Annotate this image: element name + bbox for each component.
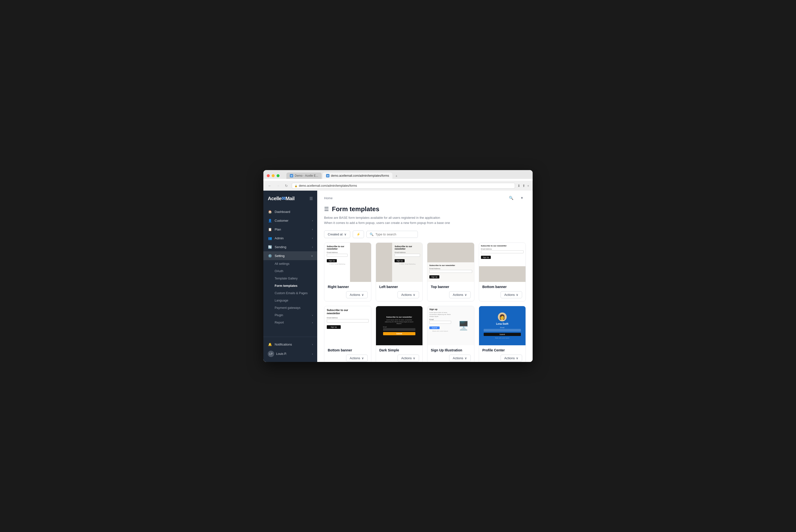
card-preview-top-banner: Subscribe to our newsletter Email Addres… — [428, 243, 474, 282]
sidebar-item-all-settings[interactable]: All settings — [263, 260, 317, 267]
actions-chevron-icon: ∨ — [465, 293, 467, 297]
refresh-button[interactable]: ↻ — [283, 183, 289, 189]
customer-icon: 👤 — [268, 218, 272, 223]
actions-button-bottom-banner[interactable]: Actions ∨ — [500, 291, 522, 298]
actions-button-illustration[interactable]: Actions ∨ — [449, 355, 471, 362]
card-preview-bottom-banner-2: Subscribe to ournewsletter Email Address… — [324, 306, 371, 345]
browser-tabs: M Demo - Acelle E... M demo.acellemail.c… — [286, 172, 399, 179]
admin-chevron-icon: › — [312, 237, 313, 240]
search-button[interactable]: 🔍 — [507, 194, 515, 202]
card-title-left-banner: Left banner — [379, 285, 419, 289]
top-icons: 🔍 ✦ — [507, 194, 526, 202]
actions-button-top-banner[interactable]: Actions ∨ — [449, 291, 471, 298]
sidebar-item-sending[interactable]: 🔄 Sending › — [263, 243, 317, 251]
more-icon[interactable]: + — [527, 184, 529, 188]
sidebar-item-admin[interactable]: 👥 Admin › — [263, 234, 317, 243]
maximize-button[interactable] — [277, 174, 280, 177]
actions-button-left-banner[interactable]: Actions ∨ — [398, 291, 419, 298]
main-content: Home 🔍 ✦ ☰ Form templates Below are BASE… — [317, 191, 533, 362]
sidebar-item-report[interactable]: Report › — [263, 319, 317, 326]
sidebar-item-customer[interactable]: 👤 Customer › — [263, 216, 317, 225]
card-left-banner: Subscribe to ournewsletter Email Address… — [376, 243, 423, 302]
card-actions-profile-center: Actions ∨ — [482, 355, 522, 362]
actions-chevron-icon: ∨ — [516, 293, 518, 297]
dashboard-label: Dashboard — [274, 210, 290, 214]
report-label: Report — [274, 321, 284, 324]
actions-chevron-icon: ∨ — [413, 293, 415, 297]
sidebar-item-plugin[interactable]: Plugin › — [263, 311, 317, 319]
admin-icon: 👥 — [268, 236, 272, 240]
page-icon: ☰ — [324, 206, 329, 212]
actions-label: Actions — [401, 356, 412, 360]
search-input[interactable] — [376, 232, 415, 236]
browser-nav: ← → ↻ 🔒 demo.acellemail.com/admin/templa… — [263, 181, 533, 191]
sidebar-item-form-templates[interactable]: Form templates — [263, 282, 317, 289]
sidebar-item-template-gallery[interactable]: Template Gallery — [263, 275, 317, 282]
customer-label: Customer — [274, 219, 288, 223]
created-at-filter[interactable]: Created at ∨ — [324, 230, 350, 238]
language-label: Language — [274, 299, 288, 302]
theme-toggle-button[interactable]: ✦ — [518, 194, 526, 202]
card-preview-bottom-banner: Subscribe to our newsletter Email Addres… — [479, 243, 526, 282]
address-bar[interactable]: 🔒 demo.acellemail.com/admin/templates/fo… — [292, 183, 515, 189]
search-icon: 🔍 — [369, 232, 374, 236]
card-dark-simple: Subscribe to our newsletter Lorem ipsum … — [376, 306, 423, 362]
card-actions-right-banner: Actions ∨ — [328, 291, 368, 298]
profile-name: Lena Swift — [484, 323, 521, 325]
sidebar-item-language[interactable]: Language — [263, 297, 317, 304]
card-preview-right-banner: Subscribe to ournewsletter Email Address… — [324, 243, 371, 282]
sidebar-item-custom-emails[interactable]: Custom Emails & Pages — [263, 289, 317, 297]
card-illustration: Sign up Lorem ipsum dolor sit amet, cons… — [427, 306, 474, 362]
hamburger-icon[interactable]: ☰ — [309, 196, 313, 201]
toolbar: Created at ∨ ⚡ 🔍 — [317, 230, 533, 243]
plan-chevron-icon: › — [312, 228, 313, 231]
dashboard-icon: 🏠 — [268, 209, 272, 214]
profile-avatar: 👩 — [498, 312, 507, 321]
card-top-banner: Subscribe to our newsletter Email Addres… — [427, 243, 474, 302]
user-profile-row[interactable]: LP Louis P. › — [263, 349, 317, 359]
actions-label: Actions — [453, 293, 463, 297]
share-icon[interactable]: ⬆ — [522, 184, 525, 188]
card-bottom-banner-2: Subscribe to ournewsletter Email Address… — [324, 306, 371, 362]
actions-label: Actions — [504, 356, 515, 360]
actions-chevron-icon: ∨ — [413, 356, 415, 360]
card-body-bottom-banner: Bottom banner Actions ∨ — [479, 282, 526, 301]
filter-icon: ⚡ — [356, 232, 360, 236]
sidebar-item-dashboard[interactable]: 🏠 Dashboard — [263, 207, 317, 216]
notifications-chevron-icon: › — [312, 343, 313, 346]
notifications-label: Notifications — [274, 343, 292, 346]
actions-label: Actions — [504, 293, 515, 297]
oauth-label: OAuth — [274, 269, 283, 273]
actions-button-profile-center[interactable]: Actions ∨ — [500, 355, 522, 362]
sidebar-item-plan[interactable]: 📋 Plan › — [263, 225, 317, 234]
filter-chevron-icon: ∨ — [344, 232, 347, 236]
browser-actions: ⬇ ⬆ + — [517, 184, 529, 188]
card-actions-left-banner: Actions ∨ — [379, 291, 419, 298]
filter-options-button[interactable]: ⚡ — [353, 230, 364, 238]
card-body-top-banner: Top banner Actions ∨ — [428, 282, 474, 301]
close-button[interactable] — [267, 174, 270, 177]
app-container: Acelle✉Mail ☰ 🏠 Dashboard 👤 Customer › 📋… — [263, 191, 533, 362]
sidebar-item-notifications[interactable]: 🔔 Notifications › — [263, 340, 317, 349]
actions-button-right-banner[interactable]: Actions ∨ — [346, 291, 368, 298]
sidebar-item-payment-gateways[interactable]: Payment gateways — [263, 304, 317, 311]
sidebar-item-setting[interactable]: ⚙️ Setting ∨ — [263, 251, 317, 260]
back-button[interactable]: ← — [267, 183, 273, 189]
card-bottom-banner: Subscribe to our newsletter Email Addres… — [479, 243, 526, 302]
actions-button-dark-simple[interactable]: Actions ∨ — [398, 355, 419, 362]
plan-icon: 📋 — [268, 227, 272, 231]
user-name: Louis P. — [276, 352, 287, 356]
active-tab-icon: M — [326, 174, 329, 177]
desc-line2: When it comes to add a form popup, users… — [324, 221, 526, 226]
download-icon[interactable]: ⬇ — [517, 184, 520, 188]
new-tab-button[interactable]: + — [393, 173, 399, 179]
card-right-banner: Subscribe to ournewsletter Email Address… — [324, 243, 371, 302]
setting-icon: ⚙️ — [268, 253, 272, 258]
actions-button-bottom-banner-2[interactable]: Actions ∨ — [346, 355, 368, 362]
minimize-button[interactable] — [272, 174, 274, 177]
user-avatar: LP — [268, 351, 274, 357]
active-tab[interactable]: M demo.acellemail.com/admin/templates/fo… — [323, 172, 392, 179]
sidebar-item-oauth[interactable]: OAuth — [263, 267, 317, 275]
sending-label: Sending — [274, 245, 286, 249]
inactive-tab[interactable]: M Demo - Acelle E... — [286, 172, 322, 179]
